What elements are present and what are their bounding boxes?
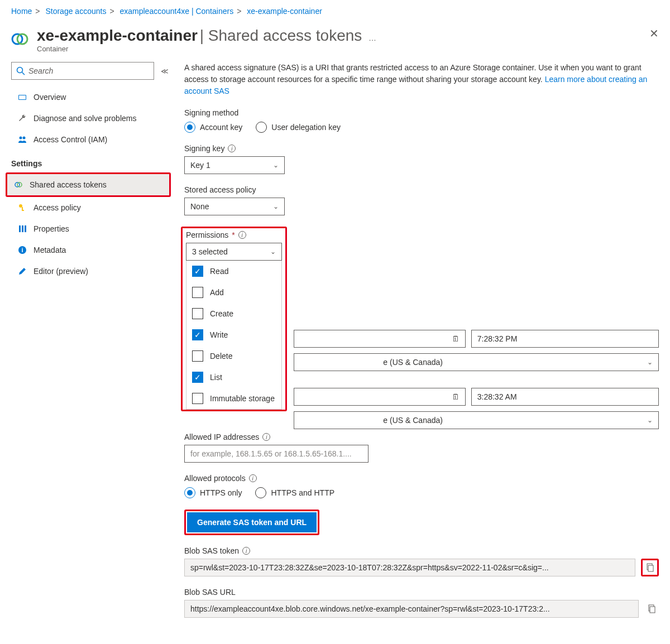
radio-https-http[interactable]: HTTPS and HTTP xyxy=(255,487,334,498)
sidebar-item-sas[interactable]: Shared access tokens xyxy=(7,174,169,195)
radio-https-only[interactable]: HTTPS only xyxy=(184,487,242,498)
close-icon[interactable]: ✕ xyxy=(649,27,659,40)
copy-icon xyxy=(645,563,654,572)
pencil-icon xyxy=(18,267,27,276)
copy-url-button[interactable] xyxy=(644,602,659,616)
sidebar-item-label: Access Control (IAM) xyxy=(34,135,107,144)
perm-opt-delete[interactable]: Delete xyxy=(186,345,281,367)
sidebar-item-policy[interactable]: Access policy xyxy=(11,197,169,218)
page-subtitle: | Shared access tokens xyxy=(200,27,362,44)
chevron-down-icon: ⌄ xyxy=(647,416,653,424)
end-time-input[interactable]: 3:28:32 AM xyxy=(471,388,659,406)
sidebar-item-metadata[interactable]: i Metadata xyxy=(11,239,169,261)
ip-label: Allowed IP addresses xyxy=(184,432,259,441)
collapse-sidebar-button[interactable]: ≪ xyxy=(161,67,169,75)
copy-token-button[interactable] xyxy=(643,560,657,575)
protocols-label: Allowed protocols xyxy=(184,474,246,483)
bc-container[interactable]: xe-example-container xyxy=(247,7,322,16)
main-content: A shared access signature (SAS) is a URI… xyxy=(184,62,659,618)
start-tz-select[interactable]: (UTC-08:00) Pacific Time (US & Canada)⌄ xyxy=(294,353,659,371)
start-time-input[interactable]: 7:28:32 PM xyxy=(471,330,659,348)
svg-point-2 xyxy=(17,68,23,73)
svg-rect-14 xyxy=(22,225,23,232)
perm-opt-add[interactable]: Add xyxy=(186,282,281,303)
signing-method-label: Signing method xyxy=(184,108,659,117)
sas-token-output[interactable]: sp=rwl&st=2023-10-17T23:28:32Z&se=2023-1… xyxy=(184,559,635,576)
sas-url-output[interactable]: https://exampleaccount4xe.blob.core.wind… xyxy=(184,600,639,618)
permissions-label: Permissions xyxy=(186,230,228,239)
sas-icon xyxy=(14,180,23,189)
calendar-icon: 🗓 xyxy=(452,334,460,343)
svg-rect-15 xyxy=(25,225,26,232)
calendar-icon: 🗓 xyxy=(452,392,460,401)
sidebar-group-settings: Settings xyxy=(11,150,169,172)
sas-token-label: Blob SAS token xyxy=(184,546,239,555)
signing-key-select[interactable]: Key 1⌄ xyxy=(184,156,285,174)
info-icon[interactable]: i xyxy=(238,231,246,239)
start-date-input[interactable]: 🗓 xyxy=(294,330,466,348)
svg-line-3 xyxy=(22,73,25,75)
svg-rect-21 xyxy=(650,607,655,613)
info-icon[interactable]: i xyxy=(242,547,250,555)
wrench-icon xyxy=(18,114,27,123)
bc-account[interactable]: exampleaccount4xe | Containers xyxy=(119,7,233,16)
sidebar-item-label: Diagnose and solve problems xyxy=(34,114,136,123)
svg-rect-19 xyxy=(648,565,653,571)
svg-rect-12 xyxy=(22,210,24,211)
info-icon: i xyxy=(18,246,27,254)
sidebar-item-overview[interactable]: Overview xyxy=(11,86,169,108)
sidebar: Search ≪ Overview Diagnose and solve pro… xyxy=(11,62,169,282)
svg-point-6 xyxy=(20,137,22,140)
chevron-down-icon: ⌄ xyxy=(273,203,279,210)
permissions-dropdown: ✓Read Add Create ✓Write Delete ✓List Imm… xyxy=(186,261,282,410)
intro-text: A shared access signature (SAS) is a URI… xyxy=(184,62,659,97)
sidebar-item-label: Access policy xyxy=(34,203,81,212)
end-date-input[interactable]: 🗓 xyxy=(294,388,466,406)
info-icon[interactable]: i xyxy=(262,433,270,441)
perm-opt-list[interactable]: ✓List xyxy=(186,367,281,388)
sidebar-item-iam[interactable]: Access Control (IAM) xyxy=(11,129,169,150)
permissions-select[interactable]: 3 selected⌄ xyxy=(186,243,282,261)
generate-button[interactable]: Generate SAS token and URL xyxy=(187,512,317,532)
radio-user-delegation[interactable]: User delegation key xyxy=(256,122,341,133)
svg-rect-5 xyxy=(19,95,26,99)
bc-home[interactable]: Home xyxy=(11,7,32,16)
sidebar-item-label: Metadata xyxy=(34,246,66,254)
sidebar-item-label: Editor (preview) xyxy=(34,267,88,276)
radio-account-key[interactable]: Account key xyxy=(184,122,242,133)
chevron-down-icon: ⌄ xyxy=(270,248,276,256)
search-input[interactable]: Search xyxy=(11,62,154,80)
sidebar-item-diagnose[interactable]: Diagnose and solve problems xyxy=(11,108,169,129)
sidebar-item-label: Properties xyxy=(34,224,69,233)
info-icon[interactable]: i xyxy=(228,145,236,152)
perm-opt-create[interactable]: Create xyxy=(186,303,281,324)
policy-select[interactable]: None⌄ xyxy=(184,198,285,215)
svg-rect-13 xyxy=(19,225,21,232)
policy-label: Stored access policy xyxy=(184,185,659,194)
end-tz-select[interactable]: (UTC-08:00) Pacific Time (US & Canada)⌄ xyxy=(294,411,659,429)
sidebar-item-properties[interactable]: Properties xyxy=(11,218,169,239)
key-icon xyxy=(18,203,27,212)
sidebar-item-editor[interactable]: Editor (preview) xyxy=(11,261,169,282)
chevron-down-icon: ⌄ xyxy=(273,161,279,169)
perm-opt-read[interactable]: ✓Read xyxy=(186,261,281,282)
signing-key-label: Signing key xyxy=(184,144,224,153)
perm-opt-immutable[interactable]: Immutable storage xyxy=(186,388,281,409)
resource-type: Container xyxy=(37,45,642,53)
properties-icon xyxy=(18,224,27,233)
svg-text:i: i xyxy=(21,247,23,253)
allowed-ip-input[interactable]: for example, 168.1.5.65 or 168.1.5.65-16… xyxy=(184,445,368,463)
bc-storage[interactable]: Storage accounts xyxy=(45,7,106,16)
container-icon xyxy=(11,30,29,48)
svg-point-7 xyxy=(23,137,26,140)
sidebar-item-label: Shared access tokens xyxy=(30,180,107,189)
info-icon[interactable]: i xyxy=(249,474,257,482)
chevron-down-icon: ⌄ xyxy=(647,358,653,366)
perm-opt-write[interactable]: ✓Write xyxy=(186,324,281,345)
copy-icon xyxy=(647,604,656,613)
people-icon xyxy=(18,135,27,144)
search-icon xyxy=(16,66,25,75)
sidebar-item-label: Overview xyxy=(34,93,66,102)
page-title: xe-example-container xyxy=(37,27,198,44)
sas-url-label: Blob SAS URL xyxy=(184,588,659,597)
